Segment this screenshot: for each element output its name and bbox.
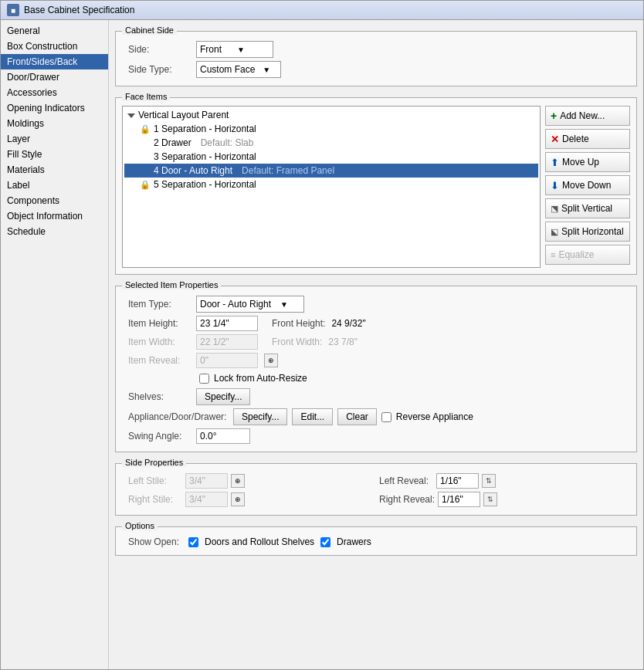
side-row: Side: Front ▼: [122, 39, 630, 59]
right-stile-icon[interactable]: ⊕: [231, 492, 245, 506]
sidebar-item-fill-style[interactable]: Fill Style: [1, 147, 108, 162]
item-type-arrow: ▼: [280, 300, 288, 309]
appliance-edit-button[interactable]: Edit...: [292, 408, 333, 425]
sidebar-item-front-sides-back[interactable]: Front/Sides/Back: [1, 54, 108, 69]
sidebar-item-moldings[interactable]: Moldings: [1, 116, 108, 131]
doors-rollout-checkbox[interactable]: [188, 537, 198, 547]
appliance-clear-button[interactable]: Clear: [337, 408, 377, 425]
tree-parent-label: Vertical Layout Parent: [138, 110, 229, 120]
side-label: Side:: [128, 44, 190, 55]
appliance-specify-button[interactable]: Specify...: [233, 408, 287, 425]
tree-item-5-label: 5 Separation - Horizontal: [154, 179, 256, 190]
side-dropdown[interactable]: Front ▼: [196, 41, 273, 58]
side-type-dropdown[interactable]: Custom Face ▼: [196, 61, 281, 78]
side-properties-title: Side Properties: [122, 458, 186, 467]
appliance-label: Appliance/Door/Drawer:: [128, 411, 229, 422]
sidebar-item-box-construction[interactable]: Box Construction: [1, 39, 108, 54]
front-height-label: Front Height:: [272, 318, 325, 329]
lock-icon-5: 🔒: [140, 180, 151, 190]
front-height-value: 24 9/32": [331, 318, 365, 329]
collapse-icon: [127, 110, 135, 120]
delete-button[interactable]: ✕ Delete: [545, 129, 630, 149]
appliance-row: Appliance/Door/Drawer: Specify... Edit..…: [122, 407, 630, 427]
sidebar-item-accessories[interactable]: Accessories: [1, 85, 108, 100]
lock-label: Lock from Auto-Resize: [214, 373, 307, 384]
swing-angle-input[interactable]: [196, 428, 250, 444]
face-items-title: Face Items: [122, 92, 170, 101]
reverse-appliance-checkbox[interactable]: [381, 412, 391, 422]
drawers-checkbox[interactable]: [320, 537, 330, 547]
right-reveal-label: Right Reveal:: [379, 494, 435, 505]
tree-item-3[interactable]: 3 Separation - Horizontal: [124, 150, 538, 164]
up-arrow-icon: ⬆: [551, 157, 559, 168]
reveal-picker-icon[interactable]: ⊕: [264, 354, 278, 367]
item-reveal-input: [196, 353, 258, 368]
sidebar-item-label[interactable]: Label: [1, 178, 108, 193]
right-reveal-input[interactable]: [438, 492, 480, 507]
sidebar-item-layer[interactable]: Layer: [1, 131, 108, 147]
add-new-button[interactable]: + Add New...: [545, 106, 630, 126]
left-stile-icon[interactable]: ⊕: [231, 474, 245, 488]
sidebar-item-general[interactable]: General: [1, 23, 108, 39]
side-props-grid: Left Stile: ⊕ Left Reveal: ⇅ Right Stile…: [122, 472, 630, 509]
shelves-specify-button[interactable]: Specify...: [196, 388, 250, 405]
face-items-content: Vertical Layout Parent 🔒 1 Separation - …: [122, 106, 630, 268]
sidebar: General Box Construction Front/Sides/Bac…: [1, 20, 109, 669]
sidebar-item-opening-indicators[interactable]: Opening Indicators: [1, 100, 108, 116]
split-vertical-button[interactable]: ⬔ Split Vertical: [545, 198, 630, 218]
equalize-icon: ≡: [551, 250, 555, 259]
sidebar-item-door-drawer[interactable]: Door/Drawer: [1, 69, 108, 85]
side-type-value: Custom Face: [200, 64, 255, 75]
face-items-tree[interactable]: Vertical Layout Parent 🔒 1 Separation - …: [122, 106, 541, 268]
move-up-label: Move Up: [562, 157, 599, 168]
sidebar-item-schedule[interactable]: Schedule: [1, 224, 108, 239]
add-new-label: Add New...: [560, 110, 605, 121]
item-reveal-label: Item Reveal:: [128, 355, 190, 366]
left-reveal-icon[interactable]: ⇅: [482, 474, 496, 488]
shelves-row: Shelves: Specify...: [122, 387, 630, 407]
equalize-label: Equalize: [558, 249, 594, 260]
split-horizontal-button[interactable]: ⬕ Split Horizontal: [545, 222, 630, 242]
move-down-button[interactable]: ⬇ Move Down: [545, 175, 630, 195]
sidebar-item-materials[interactable]: Materials: [1, 162, 108, 178]
lock-checkbox-row: Lock from Auto-Resize: [122, 370, 630, 387]
side-type-label: Side Type:: [128, 64, 190, 75]
left-reveal-label: Left Reveal:: [379, 475, 433, 486]
tree-item-2-default: Default: Slab: [201, 137, 254, 148]
move-up-button[interactable]: ⬆ Move Up: [545, 152, 630, 172]
item-height-input[interactable]: [196, 316, 258, 331]
right-stile-input: [185, 492, 228, 507]
tree-item-3-label: 3 Separation - Horizontal: [154, 151, 256, 162]
tree-item-5[interactable]: 🔒 5 Separation - Horizontal: [124, 178, 538, 191]
options-title: Options: [122, 521, 158, 530]
lock-checkbox[interactable]: [199, 374, 209, 384]
tree-item-parent[interactable]: Vertical Layout Parent: [124, 108, 538, 122]
height-row: Item Height: Front Height: 24 9/32": [122, 314, 630, 333]
left-reveal-input[interactable]: [436, 473, 479, 489]
sidebar-item-components[interactable]: Components: [1, 193, 108, 208]
down-arrow-icon: ⬇: [551, 180, 559, 191]
tree-item-4[interactable]: 4 Door - Auto Right Default: Framed Pane…: [124, 164, 538, 178]
right-reveal-row: Right Reveal: ⇅: [379, 492, 624, 507]
front-width-label: Front Width:: [272, 337, 322, 347]
tree-item-1[interactable]: 🔒 1 Separation - Horizontal: [124, 122, 538, 136]
side-dropdown-arrow: ▼: [237, 46, 245, 54]
show-open-label: Show Open:: [128, 536, 182, 547]
swing-angle-row: Swing Angle:: [122, 427, 630, 445]
tree-item-2[interactable]: 2 Drawer Default: Slab: [124, 136, 538, 150]
sidebar-item-object-information[interactable]: Object Information: [1, 208, 108, 224]
plus-icon: +: [551, 110, 557, 122]
content-area: General Box Construction Front/Sides/Bac…: [1, 20, 643, 669]
split-horizontal-label: Split Horizontal: [561, 226, 624, 237]
props-title: Selected Item Properties: [122, 280, 221, 289]
split-h-icon: ⬕: [551, 227, 558, 237]
item-type-dropdown[interactable]: Door - Auto Right ▼: [196, 296, 304, 313]
face-items-buttons: + Add New... ✕ Delete ⬆ Move Up ⬇: [545, 106, 630, 268]
window-icon: ■: [7, 4, 19, 16]
options-group: Options Show Open: Doors and Rollout She…: [115, 526, 637, 556]
right-stile-label: Right Stile:: [128, 494, 182, 505]
move-down-label: Move Down: [562, 180, 611, 191]
equalize-button[interactable]: ≡ Equalize: [545, 245, 630, 265]
right-reveal-icon[interactable]: ⇅: [483, 492, 497, 506]
width-row: Item Width: Front Width: 23 7/8": [122, 333, 630, 351]
